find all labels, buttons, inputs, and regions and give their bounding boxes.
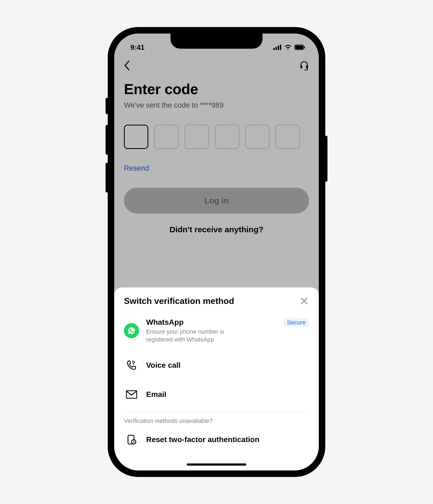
phone-call-icon: [126, 360, 137, 371]
stage: 9:41 Enter code: [0, 0, 433, 504]
home-indicator[interactable]: [187, 463, 246, 466]
phone-side-button: [106, 163, 108, 193]
switch-method-sheet: Switch verification method WhatsApp Ensu…: [114, 287, 319, 470]
email-icon: [126, 390, 137, 399]
method-whatsapp[interactable]: WhatsApp Ensure your phone number is reg…: [124, 311, 309, 351]
method-whatsapp-desc: Ensure your phone number is registered w…: [146, 328, 249, 344]
close-icon: [300, 297, 308, 305]
sheet-title: Switch verification method: [124, 296, 234, 306]
secure-badge: Secure: [284, 318, 309, 327]
sheet-divider: [124, 412, 309, 412]
phone-side-button: [106, 98, 108, 114]
close-button[interactable]: [299, 296, 309, 306]
method-email-title: Email: [146, 390, 309, 399]
methods-unavailable-label: Verification methods unavailable?: [124, 417, 309, 425]
method-voice-title: Voice call: [146, 361, 309, 370]
phone-frame: 9:41 Enter code: [108, 28, 325, 476]
phone-side-button: [106, 125, 108, 155]
method-voice-call[interactable]: Voice call: [124, 351, 309, 380]
method-whatsapp-title: WhatsApp: [146, 318, 277, 327]
screen: 9:41 Enter code: [114, 34, 319, 470]
reset-2fa[interactable]: Reset two-factor authentication: [124, 428, 309, 452]
phone-side-button: [325, 136, 327, 182]
whatsapp-icon: [124, 323, 139, 338]
reset-2fa-label: Reset two-factor authentication: [146, 435, 309, 444]
phone-notch: [170, 34, 263, 49]
method-email[interactable]: Email: [124, 380, 309, 409]
device-reset-icon: [126, 434, 137, 445]
